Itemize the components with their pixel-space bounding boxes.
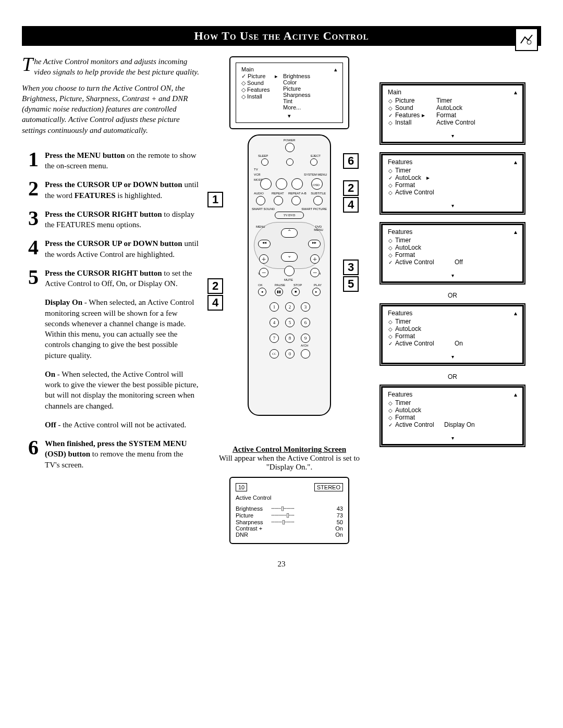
osd-features-autolock: Features▴ ◇Timer ✓AutoLock ▸ ◇Format ◇Ac… xyxy=(380,152,525,215)
sub-display-on: Display On - When selected, an Active Co… xyxy=(45,297,199,361)
callout-6: 6 xyxy=(343,153,359,169)
step-6: 6 When finished, press the SYSTEM MENU (… xyxy=(22,438,199,470)
remote-diagram: POWER SLEEP EJECT TV VCR MODE SYSTEM MEN… xyxy=(248,134,331,416)
osd-features-off: Features▴ ◇Timer ◇AutoLock ◇Format ✓Acti… xyxy=(380,222,525,285)
page-number: 23 xyxy=(22,560,541,569)
or-label-1: OR xyxy=(380,292,525,299)
monitoring-screen: 10STEREO Active Control Brightness∙∙∙∙∙∙… xyxy=(229,477,349,544)
step-4: 4 Press the CURSOR UP or DOWN button unt… xyxy=(22,238,199,260)
or-label-2: OR xyxy=(380,373,525,380)
callout-1: 1 xyxy=(207,192,223,207)
sub-off: Off - the Active control will not be act… xyxy=(45,419,199,430)
intro-paragraph-2: When you choose to turn the Active Contr… xyxy=(22,83,199,135)
instructions-column: The Active Control monitors and adjusts … xyxy=(22,56,199,544)
page-title: How To Use the Acitve Control xyxy=(194,29,369,43)
callout-5: 5 xyxy=(343,276,359,292)
callout-2l: 2 xyxy=(207,278,223,294)
step-5: 5 Press the CURSOR RIGHT button to set t… xyxy=(22,268,199,289)
osd-column: Main▴ ◇PictureTimer ◇SoundAutoLock ✓Feat… xyxy=(380,56,525,544)
header-bar: How To Use the Acitve Control xyxy=(22,26,541,46)
svg-point-0 xyxy=(527,40,531,44)
monitoring-label: Active Control Monitoring Screen Will ap… xyxy=(209,445,370,472)
sub-on: On - When selected, the Active Control w… xyxy=(45,369,199,411)
header-icon xyxy=(515,28,538,51)
remote-column: Main▴ ✓ Picture▸ ◇ Sound ◇ Features ◇ In… xyxy=(209,56,370,544)
step-2: 2 Press the CURSOR UP or DOWN button unt… xyxy=(22,179,199,201)
step-3: 3 Press the CURSOR RIGHT button to displ… xyxy=(22,209,199,230)
intro-paragraph-1: The Active Control monitors and adjusts … xyxy=(22,56,199,78)
osd-features-display-on: Features▴ ◇Timer ◇AutoLock ◇Format ✓Acti… xyxy=(380,385,525,447)
osd-picture-screen: Main▴ ✓ Picture▸ ◇ Sound ◇ Features ◇ In… xyxy=(229,56,349,129)
callout-4r: 4 xyxy=(343,197,359,213)
step-1: 1 Press the MENU button on the remote to… xyxy=(22,150,199,171)
callout-4l: 4 xyxy=(207,295,223,311)
callout-2r: 2 xyxy=(343,180,359,196)
callout-3: 3 xyxy=(343,260,359,275)
osd-main: Main▴ ◇PictureTimer ◇SoundAutoLock ✓Feat… xyxy=(380,82,525,145)
osd-features-on: Features▴ ◇Timer ◇AutoLock ◇Format ✓Acti… xyxy=(380,303,525,366)
